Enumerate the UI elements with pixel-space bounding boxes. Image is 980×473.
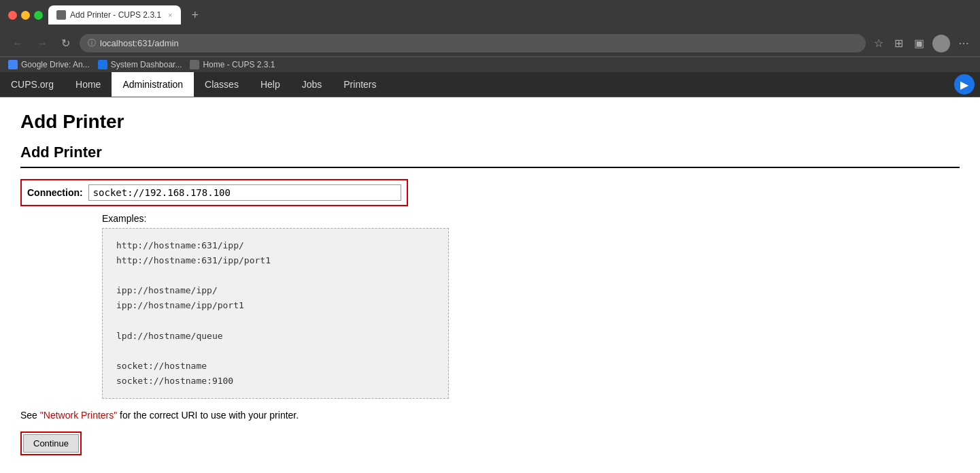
- nav-printers[interactable]: Printers: [333, 72, 387, 97]
- lock-icon: ⓘ: [88, 37, 96, 49]
- connection-input[interactable]: [88, 184, 401, 201]
- browser-chrome: Add Printer - CUPS 2.3.1 × + ← → ↻ ⓘ loc…: [0, 0, 980, 97]
- refresh-button[interactable]: ↻: [57, 34, 74, 52]
- continue-button-wrapper: Continue: [20, 431, 82, 455]
- more-icon[interactable]: ⋯: [956, 34, 972, 52]
- google-drive-favicon: [8, 60, 18, 69]
- minimize-button[interactable]: [21, 11, 30, 20]
- example-line-6: socket://hostname: [116, 359, 435, 374]
- bookmarks-bar: Google Drive: An... System Dashboar... H…: [0, 56, 980, 72]
- back-button[interactable]: ←: [8, 35, 27, 52]
- bookmark-cups-home-label: Home - CUPS 2.3.1: [203, 60, 275, 69]
- cups-arrow-icon: ▶: [954, 74, 975, 95]
- tab-manager-icon[interactable]: ▣: [911, 34, 927, 52]
- bookmark-google-drive-label: Google Drive: An...: [21, 60, 90, 69]
- nav-administration[interactable]: Administration: [112, 72, 194, 97]
- nav-jobs[interactable]: Jobs: [291, 72, 333, 97]
- example-line-1: http://hostname:631/ipp/: [116, 238, 435, 253]
- connection-label: Connection:: [27, 187, 83, 198]
- page-title: Add Printer: [20, 111, 960, 133]
- tab-favicon: [56, 10, 66, 20]
- nav-cups-org[interactable]: CUPS.org: [0, 72, 65, 97]
- address-bar-row: ← → ↻ ⓘ localhost:631/admin ☆ ⊞ ▣ ⋯: [0, 30, 980, 56]
- nav-help[interactable]: Help: [250, 72, 291, 97]
- bookmark-system-dashboard[interactable]: System Dashboar...: [98, 60, 182, 69]
- page-content: Add Printer Add Printer Connection: Exam…: [0, 97, 980, 473]
- bookmark-google-drive[interactable]: Google Drive: An...: [8, 60, 90, 69]
- nav-classes[interactable]: Classes: [194, 72, 250, 97]
- see-text-after: for the correct URI to use with your pri…: [117, 410, 299, 421]
- title-bar: Add Printer - CUPS 2.3.1 × +: [0, 0, 980, 30]
- section-title: Add Printer: [20, 144, 960, 161]
- close-button[interactable]: [8, 11, 17, 20]
- address-text: localhost:631/admin: [100, 38, 858, 48]
- see-network-printers-text: See "Network Printers" for the correct U…: [20, 410, 960, 421]
- example-line-4: ipp://hostname/ipp/port1: [116, 298, 435, 313]
- examples-label: Examples:: [102, 213, 960, 224]
- cups-navigation: CUPS.org Home Administration Classes Hel…: [0, 72, 980, 97]
- tab-title: Add Printer - CUPS 2.3.1: [70, 10, 161, 20]
- cups-home-favicon: [190, 60, 199, 69]
- address-bar[interactable]: ⓘ localhost:631/admin: [80, 34, 866, 52]
- see-text-before: See: [20, 410, 40, 421]
- bookmark-system-dashboard-label: System Dashboar...: [111, 60, 182, 69]
- tab-close-icon[interactable]: ×: [168, 11, 172, 19]
- profile-avatar[interactable]: [932, 35, 950, 52]
- active-tab[interactable]: Add Printer - CUPS 2.3.1 ×: [48, 5, 181, 25]
- section-divider: [20, 167, 960, 168]
- example-line-5: lpd://hostname/queue: [116, 329, 435, 344]
- continue-button[interactable]: Continue: [23, 434, 79, 453]
- connection-form-row: Connection:: [20, 179, 408, 206]
- bookmark-icon[interactable]: ⊞: [892, 34, 906, 52]
- nav-home[interactable]: Home: [65, 72, 112, 97]
- example-line-3: ipp://hostname/ipp/: [116, 283, 435, 298]
- new-tab-button[interactable]: +: [186, 6, 205, 24]
- browser-right-icons: ☆ ⊞ ▣ ⋯: [871, 34, 972, 52]
- examples-box: http://hostname:631/ipp/ http://hostname…: [102, 228, 449, 399]
- bookmark-cups-home[interactable]: Home - CUPS 2.3.1: [190, 60, 275, 69]
- system-dashboard-favicon: [98, 60, 107, 69]
- example-line-7: socket://hostname:9100: [116, 374, 435, 389]
- star-icon[interactable]: ☆: [871, 34, 886, 52]
- forward-button[interactable]: →: [33, 35, 52, 52]
- network-printers-link[interactable]: "Network Printers": [40, 410, 117, 421]
- example-line-2: http://hostname:631/ipp/port1: [116, 253, 435, 268]
- maximize-button[interactable]: [34, 11, 43, 20]
- traffic-lights: [8, 11, 43, 20]
